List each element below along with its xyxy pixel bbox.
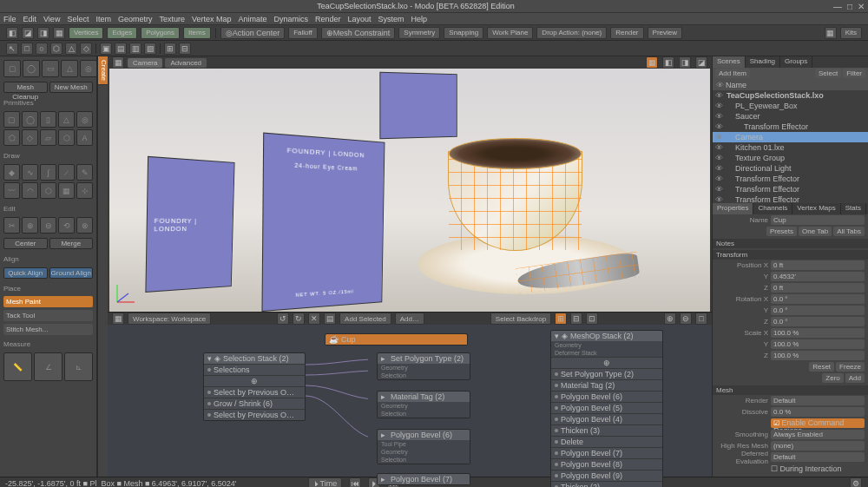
scale-z-input[interactable]: 100.0 %: [771, 351, 865, 360]
visibility-icon[interactable]: 👁: [714, 102, 723, 110]
tool-icon[interactable]: ⊟: [179, 43, 191, 55]
edges-mode-button[interactable]: Edges: [107, 27, 137, 39]
mesh-paint-button[interactable]: Mesh Paint: [3, 296, 93, 307]
menu-geometry[interactable]: Geometry: [118, 15, 153, 23]
visibility-icon[interactable]: 👁: [714, 91, 723, 100]
node-opt-icon[interactable]: ⊞: [555, 313, 567, 325]
tool-icon[interactable]: ▤: [115, 43, 127, 55]
prim-icon[interactable]: ▱: [40, 129, 56, 146]
draw-icon[interactable]: ∿: [22, 164, 38, 181]
channels-tab[interactable]: Channels: [753, 203, 792, 214]
render-button[interactable]: Render: [610, 27, 643, 39]
stats-tab[interactable]: Stats: [841, 203, 866, 214]
pos-z-input[interactable]: 0 ft: [771, 283, 865, 293]
falloff-button[interactable]: Falloff: [288, 27, 318, 39]
visibility-icon[interactable]: 👁: [714, 133, 723, 141]
symmetry-button[interactable]: Symmetry: [398, 27, 440, 39]
shading-tab[interactable]: Shading: [746, 56, 780, 68]
transform-section[interactable]: Transform: [713, 250, 868, 260]
zoom-out-icon[interactable]: ⊖: [680, 313, 692, 325]
tool-icon[interactable]: ▥: [129, 43, 141, 55]
prim-icon[interactable]: ◎: [76, 111, 93, 128]
tree-row[interactable]: 👁Directional Light: [713, 163, 868, 174]
zoom-ext-icon[interactable]: □: [695, 313, 707, 325]
visibility-icon[interactable]: 👁: [714, 174, 723, 183]
menu-edit[interactable]: Edit: [23, 15, 37, 23]
node-polygon-bevel[interactable]: ▸Polygon Bevel (6) Tool Pipe Geometry Se…: [377, 429, 470, 464]
scale-x-input[interactable]: 100.0 %: [771, 328, 865, 338]
pos-y-input[interactable]: 0.4532': [771, 272, 865, 281]
properties-tab[interactable]: Properties: [713, 203, 753, 214]
preview-button[interactable]: Preview: [648, 27, 682, 39]
node-selection-stack[interactable]: ▾◈Selection Stack (2) Selections ⊕ Selec…: [203, 352, 306, 421]
snapping-button[interactable]: Snapping: [444, 27, 483, 39]
polygons-mode-button[interactable]: Polygons: [141, 27, 180, 39]
mesh-cleanup-button[interactable]: Mesh Cleanup: [3, 82, 48, 93]
create-tab[interactable]: Create: [98, 56, 108, 85]
tree-row[interactable]: 👁PL_Eyewear_Box: [713, 101, 868, 111]
node-icon[interactable]: ▦: [112, 313, 124, 325]
visibility-icon[interactable]: 👁: [714, 195, 723, 203]
tool-icon[interactable]: ▣: [100, 43, 112, 55]
menu-system[interactable]: System: [378, 15, 404, 23]
draw-icon[interactable]: ◠: [22, 182, 38, 199]
menu-texture[interactable]: Texture: [159, 15, 185, 23]
close-button[interactable]: ✕: [858, 2, 865, 11]
menu-animate[interactable]: Animate: [238, 15, 266, 23]
tree-row[interactable]: 👁Transform Effector: [713, 184, 868, 194]
draw-icon[interactable]: ◆: [3, 164, 20, 181]
draw-icon[interactable]: ⟋: [58, 164, 75, 181]
eye-icon[interactable]: 👁: [715, 81, 724, 89]
prim-icon[interactable]: ▯: [40, 111, 56, 128]
node-opt-icon[interactable]: ⊡: [586, 313, 598, 325]
tree-row[interactable]: 👁Saucer: [713, 111, 868, 122]
deferred-dropdown[interactable]: Default: [771, 452, 865, 462]
measure-icon[interactable]: ⊾: [64, 352, 93, 381]
prim-sphere-icon[interactable]: ◯: [23, 60, 40, 77]
vertices-mode-button[interactable]: Vertices: [69, 27, 103, 39]
prim-icon[interactable]: ◇: [22, 129, 38, 146]
axis-gizmo[interactable]: [113, 280, 139, 308]
groups-tab[interactable]: Groups: [780, 56, 812, 68]
pos-x-input[interactable]: 0 ft: [771, 260, 865, 270]
draw-icon[interactable]: ✎: [76, 164, 93, 181]
during-pb-checkbox[interactable]: ☐ During Playback: [771, 476, 837, 477]
tool-icon[interactable]: ◧: [6, 27, 18, 39]
rot-y-input[interactable]: 0.0 °: [771, 306, 865, 315]
merge-button[interactable]: Merge: [49, 238, 94, 249]
add-button[interactable]: Add: [845, 373, 865, 383]
tree-row[interactable]: 👁Kitchen 01.lxe: [713, 142, 868, 153]
workspace-dropdown[interactable]: Workspace: Workspace: [128, 313, 211, 325]
ground-align-button[interactable]: Ground Align: [49, 267, 94, 279]
freeze-button[interactable]: Freeze: [836, 362, 865, 372]
drop-action-button[interactable]: Drop Action: (none): [536, 27, 607, 39]
visibility-icon[interactable]: 👁: [714, 164, 723, 173]
rot-z-input[interactable]: 0.0 °: [771, 317, 865, 326]
vp-icon[interactable]: ▦: [112, 56, 124, 69]
dissolve-input[interactable]: 0.0 %: [771, 407, 865, 417]
edit-icon[interactable]: ⊕: [22, 217, 38, 234]
text-icon[interactable]: A: [76, 129, 93, 146]
edit-icon[interactable]: ⟲: [58, 217, 75, 234]
draw-icon[interactable]: ⊹: [76, 182, 93, 199]
tree-row[interactable]: 👁Camera: [713, 132, 868, 142]
node-icon[interactable]: ↺: [277, 313, 289, 325]
tree-row[interactable]: 👁Transform Effector: [713, 174, 868, 184]
menu-view[interactable]: View: [43, 15, 60, 23]
edit-icon[interactable]: ⊗: [76, 217, 93, 234]
advanced-tab[interactable]: Advanced: [165, 58, 207, 68]
reset-button[interactable]: Reset: [809, 362, 834, 372]
add-item-button[interactable]: Add Item: [715, 69, 750, 78]
visibility-icon[interactable]: 👁: [714, 112, 723, 121]
node-polygon-bevel-b[interactable]: ▸Polygon Bevel (7): [377, 473, 470, 485]
tool-icon[interactable]: ▦: [53, 27, 65, 39]
visibility-icon[interactable]: 👁: [714, 185, 723, 194]
zoom-fit-icon[interactable]: ⊕: [664, 313, 676, 325]
mesh-section[interactable]: Mesh: [713, 385, 868, 395]
prim-cube-icon[interactable]: ▢: [3, 60, 21, 77]
enable-cmd-checkbox[interactable]: ☑ Enable Command Regions: [771, 418, 865, 428]
select-button[interactable]: Select: [815, 69, 841, 78]
items-mode-button[interactable]: Items: [183, 27, 211, 39]
tool-icon[interactable]: ↖: [6, 43, 18, 55]
visibility-icon[interactable]: 👁: [714, 122, 723, 131]
